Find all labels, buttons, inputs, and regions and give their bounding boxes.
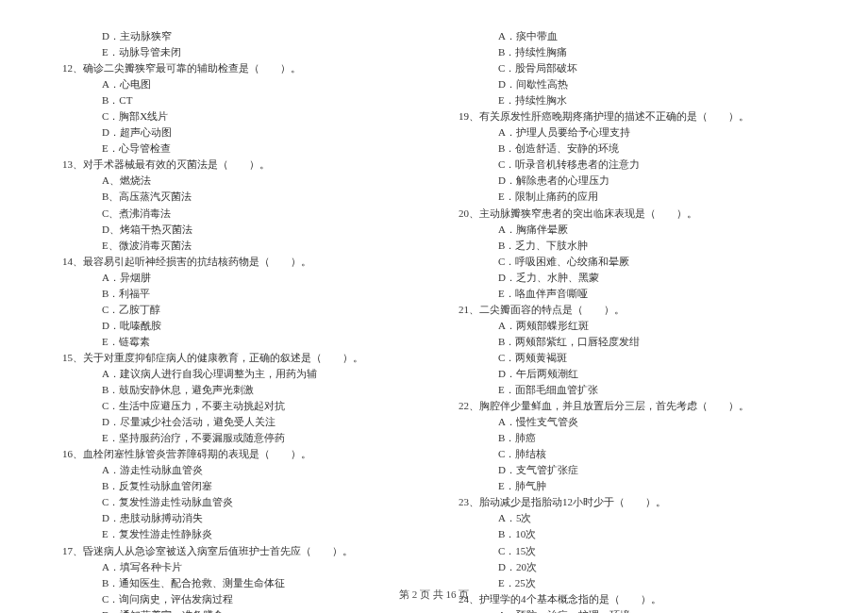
right-column: A．痰中带血B．持续性胸痛C．股骨局部破坏D．间歇性高热E．持续性胸水19、有关… bbox=[453, 28, 811, 613]
option-line: E．咯血伴声音嘶哑 bbox=[453, 286, 811, 302]
option-line: A．建议病人进行自我心理调整为主，用药为辅 bbox=[57, 366, 415, 382]
option-line: C．乙胺丁醇 bbox=[57, 302, 415, 318]
option-line: D．超声心动图 bbox=[57, 124, 415, 141]
option-line: B．肺癌 bbox=[453, 430, 811, 446]
option-line: A．护理人员要给予心理支持 bbox=[453, 124, 811, 141]
option-line: A．两颊部蝶形红斑 bbox=[453, 318, 811, 334]
option-line: E．复发性游走性静脉炎 bbox=[57, 526, 415, 542]
option-line: D．支气管扩张症 bbox=[453, 462, 811, 478]
option-line: C．两颊黄褐斑 bbox=[453, 350, 811, 366]
option-line: A．预防、治疗、护理、环境 bbox=[453, 607, 811, 613]
option-line: D．午后两颊潮红 bbox=[453, 366, 811, 382]
option-line: E．链霉素 bbox=[57, 334, 415, 350]
question-line: 12、确诊二尖瓣狭窄最可靠的辅助检查是（ ）。 bbox=[57, 60, 415, 76]
option-line: B．创造舒适、安静的环境 bbox=[453, 141, 811, 157]
option-line: B．10次 bbox=[453, 526, 811, 542]
option-line: A．填写各种卡片 bbox=[57, 559, 415, 575]
option-line: E．限制止痛药的应用 bbox=[453, 189, 811, 205]
option-line: A．游走性动脉血管炎 bbox=[57, 462, 415, 478]
option-line: B．持续性胸痛 bbox=[453, 44, 811, 60]
option-line: E．动脉导管未闭 bbox=[57, 44, 415, 60]
option-line: B．反复性动脉血管闭塞 bbox=[57, 478, 415, 494]
question-line: 17、昏迷病人从急诊室被送入病室后值班护士首先应（ ）。 bbox=[57, 543, 415, 559]
option-line: E．持续性胸水 bbox=[453, 92, 811, 108]
option-line: A．心电图 bbox=[57, 76, 415, 92]
option-line: B、高压蒸汽灭菌法 bbox=[57, 189, 415, 205]
option-line: C．生活中应避压力，不要主动挑起对抗 bbox=[57, 398, 415, 414]
question-line: 19、有关原发性肝癌晚期疼痛护理的描述不正确的是（ ）。 bbox=[453, 108, 811, 124]
option-line: D．20次 bbox=[453, 559, 811, 575]
option-line: E．心导管检查 bbox=[57, 141, 415, 157]
option-line: D．尽量减少社会活动，避免受人关注 bbox=[57, 414, 415, 430]
question-line: 14、最容易引起听神经损害的抗结核药物是（ ）。 bbox=[57, 254, 415, 270]
option-line: B．两颊部紫红，口唇轻度发绀 bbox=[453, 334, 811, 350]
option-line: A．慢性支气管炎 bbox=[453, 414, 811, 430]
option-line: D．患肢动脉搏动消失 bbox=[57, 510, 415, 526]
option-line: D．通知营养室，准备膳食 bbox=[57, 607, 415, 613]
option-line: D．解除患者的心理压力 bbox=[453, 173, 811, 189]
option-line: A．痰中带血 bbox=[453, 28, 811, 44]
option-line: B．CT bbox=[57, 92, 415, 108]
question-line: 21、二尖瓣面容的特点是（ ）。 bbox=[453, 302, 811, 318]
question-line: 22、胸腔伴少量鲜血，并且放置后分三层，首先考虑（ ）。 bbox=[453, 398, 811, 414]
option-line: E．坚持服药治疗，不要漏服或随意停药 bbox=[57, 430, 415, 446]
option-line: D、烤箱干热灭菌法 bbox=[57, 222, 415, 238]
option-line: B．鼓励安静休息，避免声光刺激 bbox=[57, 382, 415, 398]
question-line: 23、胎动减少是指胎动12小时少于（ ）。 bbox=[453, 494, 811, 510]
option-line: B．乏力、下肢水肿 bbox=[453, 238, 811, 254]
option-line: A．5次 bbox=[453, 510, 811, 526]
left-column: D．主动脉狭窄E．动脉导管未闭12、确诊二尖瓣狭窄最可靠的辅助检查是（ ）。A．… bbox=[57, 28, 415, 613]
option-line: D．主动脉狭窄 bbox=[57, 28, 415, 44]
option-line: A．异烟肼 bbox=[57, 270, 415, 286]
option-line: C．股骨局部破坏 bbox=[453, 60, 811, 76]
option-line: D．吡嗪酰胺 bbox=[57, 318, 415, 334]
option-line: D．间歇性高热 bbox=[453, 76, 811, 92]
question-line: 20、主动脉瓣狭窄患者的突出临床表现是（ ）。 bbox=[453, 206, 811, 222]
option-line: C．肺结核 bbox=[453, 446, 811, 462]
option-line: C．呼吸困难、心绞痛和晕厥 bbox=[453, 254, 811, 270]
page-footer: 第 2 页 共 16 页 bbox=[0, 588, 868, 602]
question-line: 15、关于对重度抑郁症病人的健康教育，正确的叙述是（ ）。 bbox=[57, 350, 415, 366]
option-line: D．乏力、水肿、黑蒙 bbox=[453, 270, 811, 286]
option-line: C．复发性游走性动脉血管炎 bbox=[57, 494, 415, 510]
option-line: E．肺气肿 bbox=[453, 478, 811, 494]
exam-page-content: D．主动脉狭窄E．动脉导管未闭12、确诊二尖瓣狭窄最可靠的辅助检查是（ ）。A．… bbox=[57, 28, 811, 613]
option-line: E．面部毛细血管扩张 bbox=[453, 382, 811, 398]
option-line: A．胸痛伴晕厥 bbox=[453, 222, 811, 238]
option-line: B．利福平 bbox=[57, 286, 415, 302]
question-line: 13、对手术器械最有效的灭菌法是（ ）。 bbox=[57, 157, 415, 173]
option-line: E、微波消毒灭菌法 bbox=[57, 238, 415, 254]
question-line: 16、血栓闭塞性脉管炎营养障碍期的表现是（ ）。 bbox=[57, 446, 415, 462]
option-line: A、燃烧法 bbox=[57, 173, 415, 189]
option-line: C．15次 bbox=[453, 543, 811, 559]
option-line: C、煮沸消毒法 bbox=[57, 206, 415, 222]
option-line: C．胸部X线片 bbox=[57, 108, 415, 124]
option-line: C．听录音机转移患者的注意力 bbox=[453, 157, 811, 173]
